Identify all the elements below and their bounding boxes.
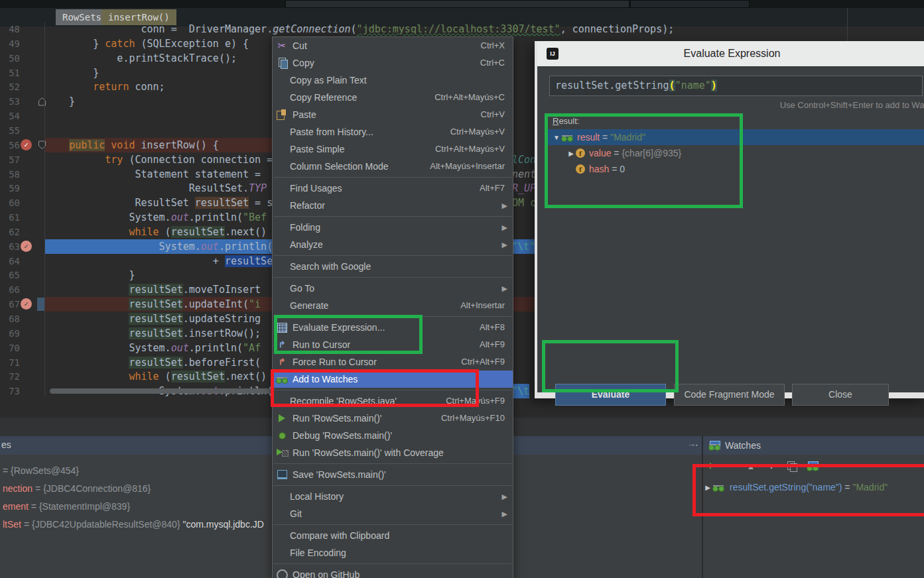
menu-item-evaluate-expression[interactable]: Evaluate Expression...Alt+F8 [273,319,513,336]
menu-item-go-to[interactable]: Go To▶ [273,280,513,297]
line-number[interactable]: 48 [0,22,20,36]
run-to-cursor-icon: ↱ [275,339,289,350]
code-fragment-mode-button[interactable]: Code Fragment Mode [674,384,785,406]
line-number[interactable]: 58 [0,167,20,182]
menu-item-local-history[interactable]: Local History▶ [273,488,513,505]
line-number[interactable]: 57 [0,152,20,167]
line-number[interactable]: 72 [0,369,20,384]
menu-separator [273,563,512,564]
breakpoint-icon[interactable]: ✓ [21,241,32,252]
result-tree-row[interactable]: fhash = 0 [548,161,924,177]
line-number[interactable]: 53 [0,94,20,109]
menu-item-force-run-to-cursor[interactable]: ↱Force Run to CursorCtrl+Alt+F9 [273,353,513,371]
expander-icon[interactable]: ▼ [552,134,561,141]
menu-item-folding[interactable]: Folding▶ [273,219,513,236]
line-number[interactable]: 73 [0,384,20,398]
menu-shortcut: Ctrl+Alt+Mayús+C [434,89,513,106]
menu-item-generate[interactable]: GenerateAlt+Insertar [273,297,513,314]
tab-segment [630,0,750,8]
menu-item-find-usages[interactable]: Find UsagesAlt+F7 [273,180,513,197]
menu-shortcut: Ctrl+Mayús+F10 [441,410,513,427]
move-up-icon[interactable]: ▲ [744,459,758,473]
menu-separator [273,316,512,317]
evaluate-button[interactable]: Evaluate [555,384,666,406]
tab-segment [285,0,629,8]
variable-row[interactable]: = {RowSets@454} [3,462,79,480]
calculator-icon [275,322,289,333]
line-number[interactable]: 66 [0,282,20,297]
menu-item-paste-from-history[interactable]: Paste from History...Ctrl+Mayús+V [273,123,513,141]
menu-item-cut[interactable]: ✂CutCtrl+X [273,37,513,54]
line-number[interactable]: 52 [0,80,20,94]
field-icon: f [576,164,585,174]
menu-separator [273,255,512,256]
save-icon [275,469,289,480]
duplicate-icon[interactable] [785,459,799,473]
jump-to-source-icon[interactable]: →▪ [687,439,698,449]
line-number[interactable]: 49 [0,36,20,51]
menu-item-column-selection-mode[interactable]: Column Selection ModeAlt+Mayús+Insertar [273,158,513,175]
line-number[interactable]: 54 [0,109,20,123]
submenu-arrow-icon: ▶ [502,236,513,253]
menu-item-file-encoding[interactable]: File Encoding [273,544,513,561]
menu-shortcut: Alt+F8 [480,319,513,336]
watch-result-icon [561,134,573,141]
line-number[interactable]: 61 [0,210,20,225]
line-number[interactable]: 67 [0,297,20,312]
variable-row[interactable]: ltSet = {JDBC42UpdatableResultSet@840} "… [3,516,264,534]
line-number[interactable]: 64 [0,254,20,268]
line-number[interactable]: 60 [0,196,20,210]
line-number[interactable]: 59 [0,181,20,196]
menu-item-copy[interactable]: CopyCtrl+C [273,54,513,72]
line-number[interactable]: 69 [0,326,20,341]
show-watches-toggle-icon[interactable] [805,459,820,473]
code-line: 48 conn = DriverManager.getConnection("j… [0,22,924,36]
horizontal-scrollbar[interactable] [50,388,273,394]
close-button[interactable]: Close [792,384,889,406]
panel-divider[interactable] [702,436,703,578]
line-number[interactable]: 56 [0,138,20,152]
scissors-icon: ✂ [275,40,289,51]
line-number[interactable]: 50 [0,51,20,66]
line-number[interactable]: 71 [0,355,20,370]
line-number[interactable]: 62 [0,225,20,239]
watches-toolbar: +▲▼ [703,456,826,476]
line-number[interactable]: 55 [0,123,20,138]
watch-row[interactable]: ▶resultSet.getString("name") = "Madrid" [703,479,888,496]
menu-item-add-to-watches[interactable]: Add to Watches [273,371,513,388]
menu-item-run-to-cursor[interactable]: ↱Run to CursorAlt+F9 [273,336,513,353]
menu-item-refactor[interactable]: Refactor▶ [273,197,513,214]
menu-item-save-rowsets-main[interactable]: Save 'RowSets.main()' [273,466,513,483]
menu-separator [273,216,512,217]
move-down-icon[interactable]: ▼ [764,459,779,473]
line-number[interactable]: 51 [0,66,20,80]
menu-item-paste[interactable]: PasteCtrl+V [273,106,513,123]
expression-input[interactable]: resultSet.getString("name") [549,76,923,96]
add-watch-icon[interactable]: + [703,459,718,473]
expander-icon[interactable]: ▶ [703,484,712,491]
menu-item-copy-reference[interactable]: Copy ReferenceCtrl+Alt+Mayús+C [273,89,513,106]
breakpoint-icon[interactable]: ✓ [21,139,32,150]
result-tree-row[interactable]: ▼result = "Madrid" [548,129,924,145]
result-tree-row[interactable]: ▶fvalue = {char[6]@935} [548,145,924,161]
menu-item-git[interactable]: Git▶ [273,505,513,522]
menu-item-recompile-rowsets-java[interactable]: Recompile 'RowSets.java'Ctrl+Mayús+F9 [273,392,513,410]
breakpoint-icon[interactable]: ✓ [21,298,32,310]
line-number[interactable]: 68 [0,312,20,326]
menu-item-paste-simple[interactable]: Paste SimpleCtrl+Alt+Mayús+V [273,141,513,158]
menu-item-open-on-github[interactable]: Open on GitHub [273,566,513,578]
menu-item-compare-with-clipboard[interactable]: Compare with Clipboard [273,527,513,544]
menu-item-analyze[interactable]: Analyze▶ [273,236,513,253]
line-number[interactable]: 63 [0,239,20,254]
menu-item-run-rowsets-main-with-coverage[interactable]: Run 'RowSets.main()' with Coverage [273,444,513,461]
variable-row[interactable]: ement = {StatementImpl@839} [3,498,130,516]
dialog-titlebar[interactable]: Evaluate Expression IJ [537,41,924,66]
line-number[interactable]: 70 [0,341,20,355]
expander-icon[interactable]: ▶ [566,150,576,157]
menu-item-copy-as-plain-text[interactable]: Copy as Plain Text [273,72,513,89]
menu-item-search-with-google[interactable]: Search with Google [273,258,513,275]
menu-item-run-rowsets-main[interactable]: Run 'RowSets.main()'Ctrl+Mayús+F10 [273,410,513,427]
menu-item-debug-rowsets-main[interactable]: Debug 'RowSets.main()' [273,427,513,444]
line-number[interactable]: 65 [0,268,20,282]
variable-row[interactable]: nection = {JDBC4Connection@816} [3,480,151,498]
